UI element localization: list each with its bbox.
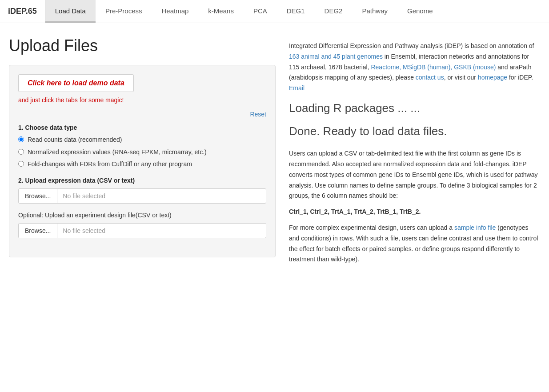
- link-reactome[interactable]: Reactome, MSigDB (human), GSKB (mouse): [371, 64, 496, 71]
- magic-text: and just click the tabs for some magic!: [18, 96, 266, 104]
- tab-deg2[interactable]: DEG2: [315, 0, 353, 23]
- ready-text: Done. Ready to load data files.: [289, 122, 540, 141]
- tab-heatmap[interactable]: Heatmap: [152, 0, 198, 23]
- data-type-label: 1. Choose data type: [18, 124, 266, 131]
- upload-expr-label: 2. Upload expression data (CSV or text): [18, 177, 266, 184]
- link-contact[interactable]: contact us: [416, 74, 444, 81]
- info-text-1: Users can upload a CSV or tab-delimited …: [289, 148, 540, 201]
- tab-load-data[interactable]: Load Data: [45, 0, 96, 23]
- radio-fold-changes[interactable]: Fold-changes with FDRs from CuffDiff or …: [18, 160, 266, 169]
- file-name-display-2: No file selected: [57, 224, 266, 238]
- demo-data-button[interactable]: Click here to load demo data: [18, 74, 134, 92]
- nav-tabs: Load Data Pre-Process Heatmap k-Means PC…: [45, 0, 443, 23]
- link-email[interactable]: Email: [289, 84, 305, 92]
- design-file-input-row: Browse... No file selected: [18, 223, 266, 238]
- radio-fold-changes-input[interactable]: [18, 161, 24, 167]
- radio-read-counts-input[interactable]: [18, 136, 24, 142]
- browse-button-2[interactable]: Browse...: [19, 224, 57, 238]
- example-columns: Ctrl_1, Ctrl_2, TrtA_1, TrtA_2, TrtB_1, …: [289, 207, 540, 217]
- tab-deg1[interactable]: DEG1: [277, 0, 315, 23]
- main-container: Upload Files Click here to load demo dat…: [0, 23, 549, 279]
- radio-read-counts[interactable]: Read counts data (recommended): [18, 136, 266, 144]
- tab-pca[interactable]: PCA: [244, 0, 277, 23]
- loading-text: Loading R packages ... ...: [289, 99, 540, 118]
- reset-link-container: Reset: [18, 111, 266, 118]
- expr-file-input-row: Browse... No file selected: [18, 188, 266, 204]
- upload-box: Click here to load demo data and just cl…: [9, 65, 276, 257]
- app-brand: iDEP.65: [0, 0, 45, 23]
- link-homepage[interactable]: homepage: [478, 74, 507, 81]
- browse-button-1[interactable]: Browse...: [19, 189, 57, 203]
- optional-label: Optional: Upload an experiment design fi…: [18, 212, 266, 219]
- radio-normalized[interactable]: Normalized expression values (RNA-seq FP…: [18, 148, 266, 157]
- info-text-2: For more complex experimental design, us…: [289, 223, 540, 265]
- tab-k-means[interactable]: k-Means: [198, 0, 244, 23]
- right-panel: Integrated Differential Expression and P…: [289, 36, 540, 270]
- left-panel: Upload Files Click here to load demo dat…: [9, 36, 276, 270]
- page-title: Upload Files: [9, 36, 276, 55]
- file-name-display-1: No file selected: [57, 189, 266, 203]
- intro-text: Integrated Differential Expression and P…: [289, 41, 540, 94]
- navigation: iDEP.65 Load Data Pre-Process Heatmap k-…: [0, 0, 549, 23]
- tab-pre-process[interactable]: Pre-Process: [96, 0, 152, 23]
- tab-genome[interactable]: Genome: [397, 0, 443, 23]
- reset-link[interactable]: Reset: [250, 111, 266, 118]
- tab-pathway[interactable]: Pathway: [352, 0, 397, 23]
- radio-fold-changes-label: Fold-changes with FDRs from CuffDiff or …: [28, 160, 192, 169]
- radio-read-counts-label: Read counts data (recommended): [28, 136, 122, 144]
- radio-normalized-input[interactable]: [18, 149, 24, 155]
- radio-group-data-type: Read counts data (recommended) Normalize…: [18, 136, 266, 169]
- link-genomes[interactable]: 163 animal and 45 plant genomes: [289, 53, 383, 60]
- radio-normalized-label: Normalized expression values (RNA-seq FP…: [28, 148, 207, 157]
- link-sample-info[interactable]: sample info file: [454, 224, 496, 231]
